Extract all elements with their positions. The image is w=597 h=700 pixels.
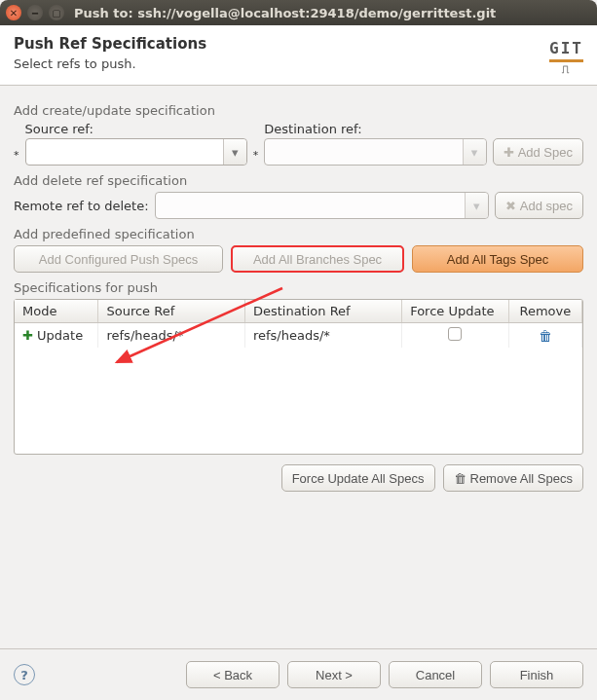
delete-ref-section-label: Add delete ref specification bbox=[14, 173, 583, 188]
required-asterisk: * bbox=[14, 149, 19, 166]
source-ref-input[interactable] bbox=[26, 145, 223, 160]
add-all-branches-spec-button[interactable]: Add All Branches Spec bbox=[231, 245, 404, 273]
remote-ref-delete-combo[interactable]: ▾ bbox=[155, 192, 489, 219]
col-remove-header[interactable]: Remove bbox=[508, 300, 581, 323]
dropdown-arrow-icon: ▾ bbox=[463, 139, 486, 165]
specs-table: Mode Source Ref Destination Ref Force Up… bbox=[14, 299, 583, 455]
x-icon: ✖ bbox=[505, 199, 516, 213]
row-source-ref[interactable]: refs/heads/* bbox=[98, 323, 244, 349]
git-logo: GIT ⎍ bbox=[549, 39, 583, 76]
destination-ref-input[interactable] bbox=[265, 145, 462, 160]
cancel-button[interactable]: Cancel bbox=[389, 661, 482, 688]
titlebar: ✕ ━ ▢ Push to: ssh://vogella@localhost:2… bbox=[0, 0, 597, 25]
window-maximize-button[interactable]: ▢ bbox=[49, 5, 64, 20]
remove-icon: 🗑 bbox=[454, 471, 466, 486]
finish-button[interactable]: Finish bbox=[490, 661, 583, 688]
add-configured-push-specs-button: Add Configured Push Specs bbox=[14, 245, 223, 273]
source-ref-combo[interactable]: ▾ bbox=[25, 138, 247, 166]
force-update-all-button[interactable]: Force Update All Specs bbox=[281, 464, 435, 492]
row-dest-ref[interactable]: refs/heads/* bbox=[244, 323, 401, 349]
dropdown-arrow-icon[interactable]: ▾ bbox=[223, 139, 246, 165]
window-close-button[interactable]: ✕ bbox=[6, 5, 21, 20]
dropdown-arrow-icon: ▾ bbox=[465, 193, 488, 218]
required-asterisk: * bbox=[253, 149, 259, 166]
wizard-footer: ? < Back Next > Cancel Finish bbox=[0, 648, 597, 700]
add-all-tags-spec-button[interactable]: Add All Tags Spec bbox=[412, 245, 583, 273]
col-force-header[interactable]: Force Update bbox=[402, 300, 509, 323]
dialog-header: Push Ref Specifications Select refs to p… bbox=[0, 25, 597, 86]
plus-icon: ✚ bbox=[504, 145, 514, 160]
header-subtitle: Select refs to push. bbox=[14, 56, 583, 71]
add-spec-button: ✚ Add Spec bbox=[493, 138, 583, 166]
row-mode: Update bbox=[37, 328, 83, 343]
plus-icon: ✚ bbox=[22, 328, 33, 343]
specs-for-push-section-label: Specifications for push bbox=[14, 280, 583, 295]
back-button[interactable]: < Back bbox=[186, 661, 280, 688]
trash-icon[interactable]: 🗑 bbox=[539, 328, 552, 344]
destination-ref-label: Destination ref: bbox=[264, 122, 486, 136]
add-delete-spec-button: ✖ Add spec bbox=[495, 192, 583, 219]
destination-ref-combo[interactable]: ▾ bbox=[264, 138, 486, 166]
col-mode-header[interactable]: Mode bbox=[15, 300, 98, 323]
col-dest-header[interactable]: Destination Ref bbox=[244, 300, 401, 323]
next-button[interactable]: Next > bbox=[287, 661, 381, 688]
table-row[interactable]: ✚ Update refs/heads/* refs/heads/* 🗑 bbox=[15, 323, 582, 349]
source-ref-label: Source ref: bbox=[25, 122, 247, 136]
window-title: Push to: ssh://vogella@localhost:29418/d… bbox=[74, 6, 496, 20]
predefined-section-label: Add predefined specification bbox=[14, 227, 583, 241]
create-update-section-label: Add create/update specification bbox=[14, 103, 583, 118]
col-source-header[interactable]: Source Ref bbox=[98, 300, 244, 323]
remote-ref-delete-input[interactable] bbox=[156, 199, 465, 213]
header-title: Push Ref Specifications bbox=[14, 35, 583, 53]
force-update-checkbox[interactable] bbox=[448, 327, 462, 341]
help-button[interactable]: ? bbox=[14, 664, 35, 685]
remote-ref-delete-label: Remote ref to delete: bbox=[14, 199, 149, 213]
window-minimize-button[interactable]: ━ bbox=[27, 5, 43, 20]
remove-all-specs-button[interactable]: 🗑 Remove All Specs bbox=[443, 464, 584, 492]
